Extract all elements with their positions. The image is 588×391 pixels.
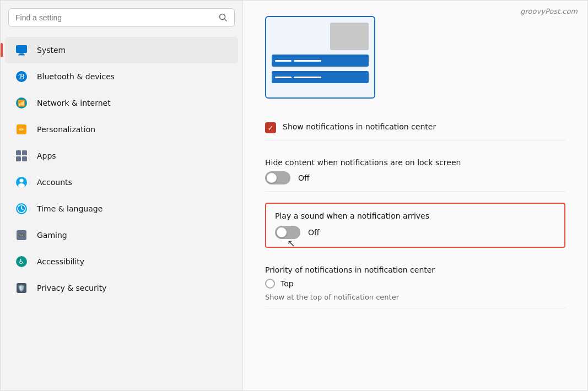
preview-gray-box — [330, 23, 369, 50]
apps-icon — [14, 148, 29, 164]
search-input[interactable] — [15, 13, 214, 22]
privacy-icon: 🛡️ — [14, 280, 29, 296]
svg-text:♿: ♿ — [19, 258, 25, 265]
sidebar-item-time[interactable]: Time & language — [5, 196, 238, 222]
show-notifications-checkbox[interactable]: ✓ — [265, 122, 276, 133]
svg-rect-13 — [16, 156, 21, 161]
svg-rect-3 — [19, 53, 24, 55]
preview-blue-bar-1 — [272, 55, 369, 67]
svg-point-17 — [18, 183, 25, 188]
sidebar-item-gaming[interactable]: 🎮 Gaming — [5, 222, 238, 248]
play-sound-toggle-knob — [277, 227, 287, 237]
svg-rect-11 — [16, 150, 21, 155]
bar-line-short-2 — [275, 77, 292, 78]
personalization-icon: ✏️ — [14, 122, 29, 137]
priority-label: Priority of notifications in notificatio… — [265, 265, 565, 274]
svg-line-1 — [225, 19, 227, 21]
svg-rect-2 — [16, 45, 27, 53]
play-sound-label: Play a sound when a notification arrives — [275, 211, 555, 220]
sidebar-item-accessibility-label: Accessibility — [37, 257, 84, 266]
show-notifications-row: ✓ Show notifications in notification cen… — [265, 115, 565, 140]
show-notifications-wrapper: ✓ Show notifications in notification cen… — [265, 122, 565, 133]
priority-top-radio[interactable] — [265, 279, 275, 289]
hide-content-toggle-row: Off — [265, 171, 565, 184]
cursor-overlay: ↖ — [275, 226, 300, 239]
sidebar-item-bluetooth[interactable]: ℬ Bluetooth & devices — [5, 63, 238, 90]
priority-top-sublabel: Show at the top of notification center — [265, 293, 565, 301]
search-box[interactable] — [8, 8, 235, 27]
bar-line-long-2 — [294, 77, 321, 78]
sidebar-item-network-label: Network & internet — [37, 99, 111, 107]
svg-text:ℬ: ℬ — [18, 73, 25, 81]
settings-window: groovyPost.com — [0, 0, 588, 391]
network-icon: 📶 — [14, 95, 29, 111]
sidebar-item-bluetooth-label: Bluetooth & devices — [37, 72, 115, 81]
sidebar-item-gaming-label: Gaming — [37, 231, 67, 240]
show-notifications-label: Show notifications in notification cente… — [283, 122, 436, 133]
priority-top-radio-row: Top — [265, 279, 565, 289]
toggle-knob — [267, 173, 277, 183]
watermark: groovyPost.com — [520, 7, 578, 15]
svg-rect-4 — [18, 55, 25, 56]
time-icon — [14, 201, 29, 216]
gaming-icon: 🎮 — [14, 227, 29, 243]
accessibility-icon: ♿ — [14, 254, 29, 269]
main-content: ✓ Show notifications in notification cen… — [243, 1, 587, 390]
sidebar-item-system[interactable]: System — [5, 37, 238, 63]
sidebar: System ℬ Bluetooth & devices 📶 — [1, 1, 243, 390]
sidebar-item-apps-label: Apps — [37, 151, 56, 160]
sidebar-item-accounts[interactable]: Accounts — [5, 169, 238, 196]
bluetooth-icon: ℬ — [14, 69, 29, 84]
system-icon — [14, 42, 29, 58]
sidebar-item-system-label: System — [37, 46, 66, 55]
hide-content-label: Hide content when notifications are on l… — [265, 158, 565, 167]
hide-content-toggle-label: Off — [298, 173, 310, 182]
preview-top — [272, 23, 369, 50]
play-sound-toggle-row: ↖ Off — [275, 226, 555, 239]
accounts-icon — [14, 175, 29, 190]
bar-line-short — [275, 60, 292, 62]
search-icon — [219, 13, 228, 22]
cursor-icon: ↖ — [287, 237, 295, 249]
sidebar-item-network[interactable]: 📶 Network & internet — [5, 90, 238, 116]
sidebar-item-accessibility[interactable]: ♿ Accessibility — [5, 248, 238, 275]
sidebar-item-personalization[interactable]: ✏️ Personalization — [5, 116, 238, 143]
priority-top-label: Top — [280, 279, 294, 288]
svg-rect-14 — [22, 156, 27, 161]
hide-content-toggle[interactable] — [265, 171, 290, 184]
checkmark-icon: ✓ — [268, 124, 274, 132]
hide-content-row: Hide content when notifications are on l… — [265, 151, 565, 192]
sidebar-item-accounts-label: Accounts — [37, 178, 72, 187]
play-sound-section: Play a sound when a notification arrives… — [265, 203, 565, 248]
play-sound-toggle-label: Off — [308, 228, 320, 237]
svg-text:📶: 📶 — [18, 99, 25, 107]
svg-point-16 — [20, 179, 24, 183]
notification-preview-illustration — [265, 16, 375, 99]
sidebar-item-personalization-label: Personalization — [37, 125, 95, 134]
bar-line-long — [294, 60, 321, 62]
svg-text:✏️: ✏️ — [19, 126, 24, 133]
priority-row: Priority of notifications in notificatio… — [265, 259, 565, 308]
svg-text:🛡️: 🛡️ — [18, 284, 25, 292]
sidebar-item-apps[interactable]: Apps — [5, 143, 238, 169]
svg-text:🎮: 🎮 — [18, 231, 25, 239]
sidebar-item-time-label: Time & language — [37, 204, 103, 213]
sidebar-item-privacy[interactable]: 🛡️ Privacy & security — [5, 275, 238, 301]
svg-rect-12 — [22, 150, 27, 155]
sidebar-item-privacy-label: Privacy & security — [37, 284, 106, 292]
preview-blue-bar-2 — [272, 71, 369, 83]
play-sound-toggle[interactable] — [275, 226, 300, 239]
